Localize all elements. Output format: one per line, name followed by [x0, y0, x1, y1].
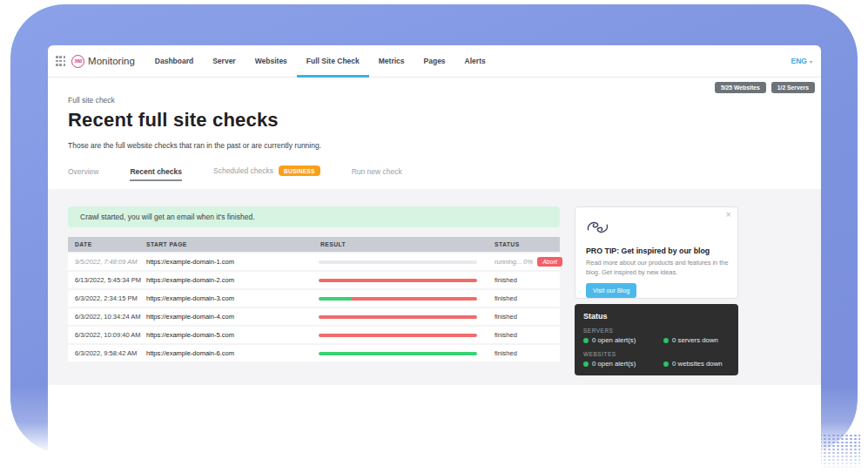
progress-segment-pending — [319, 260, 477, 264]
table-header-row: DATESTART PAGERESULTSTATUS — [68, 237, 560, 252]
progress-segment-red — [352, 297, 477, 301]
language-selector[interactable]: ENG ▾ — [791, 57, 812, 65]
progress-bar — [319, 279, 477, 282]
usage-badges: 5/25 Websites1/2 Servers — [715, 82, 815, 93]
status-item: 0 open alert(s) — [583, 360, 663, 368]
nav-item-alerts[interactable]: Alerts — [455, 45, 495, 77]
pro-tip-card: × PRO TIP: Get inspired by our blog Read… — [575, 206, 738, 299]
column-header-result: RESULT — [313, 241, 488, 247]
page-header: 5/25 Websites1/2 Servers Full site check… — [48, 78, 821, 181]
progress-segment-green — [319, 297, 352, 301]
usage-badge-1-2-servers: 1/2 Servers — [771, 82, 815, 93]
cell-start-page[interactable]: https://example-domain-1.com — [139, 258, 313, 266]
tab-scheduled-checks[interactable]: Scheduled checksBUSINESS — [213, 166, 320, 181]
pro-tip-body: Read more about our products and feature… — [586, 259, 734, 277]
status-sections: SERVERS0 open alert(s)0 servers downWEBS… — [583, 328, 730, 368]
business-badge: BUSINESS — [279, 166, 320, 176]
top-navbar: 360 Monitoring DashboardServerWebsitesFu… — [48, 45, 821, 78]
visit-blog-button[interactable]: Visit our Blog — [586, 283, 636, 298]
status-section-row: 0 open alert(s)0 servers down — [583, 336, 730, 344]
cell-start-page[interactable]: https://example-domain-2.com — [139, 276, 313, 284]
cell-date: 6/13/2022, 5:45:34 PM — [68, 276, 139, 284]
cell-result — [313, 315, 488, 319]
cell-status: finished — [488, 349, 560, 357]
progress-segment-red — [319, 315, 477, 319]
cell-date: 6/3/2022, 2:34:15 PM — [68, 294, 139, 302]
green-dot-icon — [663, 362, 669, 367]
app-window: 360 Monitoring DashboardServerWebsitesFu… — [48, 45, 821, 473]
tab-recent-checks[interactable]: Recent checks — [130, 167, 182, 181]
nav-item-full-site-check[interactable]: Full Site Check — [297, 45, 369, 77]
cell-result — [313, 334, 488, 337]
progress-bar — [319, 260, 477, 264]
page-description: Those are the full website checks that r… — [68, 141, 801, 150]
marketing-canvas: 360 Monitoring DashboardServerWebsitesFu… — [0, 0, 868, 473]
cell-start-page[interactable]: https://example-domain-3.com — [139, 294, 313, 302]
green-dot-icon — [583, 338, 589, 343]
tab-label: Overview — [68, 167, 98, 176]
status-text: finished — [495, 294, 517, 302]
cell-start-page[interactable]: https://example-domain-6.com — [139, 349, 313, 357]
nav-item-metrics[interactable]: Metrics — [369, 45, 414, 77]
sub-tabs: OverviewRecent checksScheduled checksBUS… — [68, 166, 801, 181]
progress-bar — [319, 352, 477, 355]
cell-status: finished — [488, 276, 560, 284]
tab-label: Run new check — [352, 167, 402, 176]
column-header-status: STATUS — [488, 241, 560, 247]
status-text: running... 0% — [495, 258, 533, 266]
column-header-date: DATE — [68, 241, 139, 247]
cell-date: 9/5/2022, 7:48:09 AM — [68, 258, 139, 266]
status-item: 0 servers down — [663, 336, 718, 344]
table-row: 9/5/2022, 7:48:09 AMhttps://example-doma… — [68, 253, 560, 270]
cell-result — [313, 260, 488, 264]
doodle-hands-icon — [586, 218, 609, 237]
main-nav: DashboardServerWebsitesFull Site CheckMe… — [145, 45, 495, 77]
table-row: 6/3/2022, 10:09:40 AMhttps://example-dom… — [68, 327, 560, 343]
status-text: finished — [495, 331, 517, 339]
nav-item-pages[interactable]: Pages — [414, 45, 455, 77]
status-text: finished — [495, 276, 517, 284]
tab-label: Recent checks — [130, 167, 182, 176]
cell-date: 6/3/2022, 10:09:40 AM — [68, 331, 139, 339]
nav-item-server[interactable]: Server — [203, 45, 245, 77]
abort-button[interactable]: Abort — [537, 257, 562, 267]
main-column: Crawl started, you will get an email whe… — [68, 206, 560, 362]
status-item-label: 0 servers down — [672, 336, 718, 344]
close-icon[interactable]: × — [726, 210, 731, 220]
tab-overview[interactable]: Overview — [68, 167, 98, 181]
cell-start-page[interactable]: https://example-domain-5.com — [139, 331, 313, 339]
status-section-label-servers: SERVERS — [583, 328, 730, 334]
progress-bar — [319, 334, 477, 337]
table-row: 6/13/2022, 5:45:34 PMhttps://example-dom… — [68, 272, 560, 288]
chevron-down-icon: ▾ — [810, 58, 812, 64]
status-item: 0 open alert(s) — [583, 336, 663, 344]
usage-badge-5-25-websites: 5/25 Websites — [715, 82, 766, 93]
tab-label: Scheduled checks — [213, 166, 273, 175]
status-section-row: 0 open alert(s)0 websites down — [583, 360, 730, 368]
apps-grid-icon[interactable] — [56, 56, 65, 65]
status-text: finished — [495, 313, 517, 321]
status-text: finished — [495, 349, 517, 357]
cell-start-page[interactable]: https://example-domain-4.com — [139, 313, 313, 321]
column-header-start-page: START PAGE — [139, 241, 313, 247]
cell-status: finished — [488, 331, 560, 339]
success-alert: Crawl started, you will get an email whe… — [68, 206, 560, 227]
status-item-label: 0 open alert(s) — [592, 336, 636, 344]
status-item: 0 websites down — [663, 360, 723, 368]
checks-table: DATESTART PAGERESULTSTATUS 9/5/2022, 7:4… — [68, 237, 560, 362]
cell-status: finished — [488, 313, 560, 321]
status-card: Status SERVERS0 open alert(s)0 servers d… — [575, 304, 738, 375]
brand-logo[interactable]: 360 Monitoring — [71, 55, 135, 68]
status-item-label: 0 open alert(s) — [592, 360, 636, 368]
table-row: 6/3/2022, 2:34:15 PMhttps://example-doma… — [68, 290, 560, 307]
progress-segment-red — [319, 334, 477, 337]
cell-result — [313, 279, 488, 282]
nav-item-dashboard[interactable]: Dashboard — [145, 45, 203, 77]
breadcrumb: Full site check — [68, 78, 801, 105]
progress-bar — [319, 315, 477, 319]
progress-segment-green — [319, 352, 477, 355]
status-card-title: Status — [583, 312, 730, 321]
nav-item-websites[interactable]: Websites — [246, 45, 297, 77]
tab-run-new-check[interactable]: Run new check — [352, 167, 402, 181]
page-title: Recent full site checks — [68, 109, 801, 132]
